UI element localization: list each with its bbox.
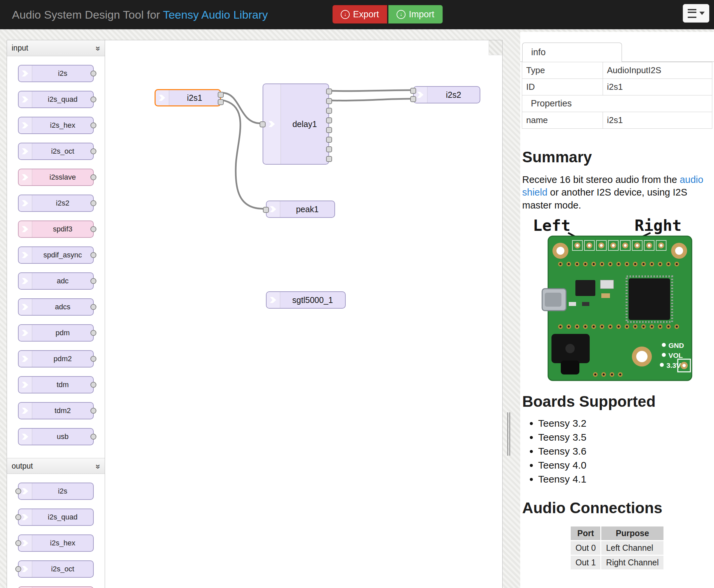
import-button[interactable]: ↓ Import	[388, 5, 443, 24]
canvas-node-peak1[interactable]: peak1	[266, 201, 335, 218]
node-input-port[interactable]	[15, 540, 21, 546]
palette-node-label: i2s_quad	[32, 509, 93, 525]
palette-node-label: adc	[32, 273, 93, 289]
node-output-port[interactable]	[326, 156, 332, 162]
wire-delay1-i2s2-b[interactable]	[330, 99, 410, 101]
palette-node[interactable]: i2s	[18, 65, 94, 82]
node-input-port[interactable]	[410, 88, 416, 94]
boards-supported-list: Teensy 3.2 Teensy 3.5 Teensy 3.6 Teensy …	[525, 418, 712, 485]
palette-node-label: spdif_async	[32, 247, 93, 263]
palette-node[interactable]: pdm	[18, 324, 94, 341]
palette-node-label: i2s_hex	[32, 535, 93, 551]
audio-connections-heading: Audio Connections	[522, 499, 712, 517]
node-output-port[interactable]	[218, 99, 224, 105]
node-output-port[interactable]	[326, 98, 332, 104]
palette-node[interactable]: adcs	[18, 298, 94, 316]
node-output-port[interactable]	[90, 70, 96, 77]
node-output-port[interactable]	[326, 127, 332, 133]
palette-node[interactable]: pdm2	[18, 350, 94, 368]
node-output-port[interactable]	[90, 200, 96, 206]
palette-node[interactable]: i2s	[18, 483, 94, 500]
canvas-node-delay1[interactable]: delay1	[263, 83, 329, 165]
palette-node[interactable]: tdm	[18, 376, 94, 394]
wire-i2s1-peak1[interactable]	[222, 100, 263, 209]
tab-info[interactable]: info	[522, 43, 622, 62]
palette-category-output[interactable]: output »	[7, 458, 105, 474]
node-output-port[interactable]	[326, 108, 332, 114]
node-input-port[interactable]	[15, 566, 21, 572]
palette-node[interactable]: i2s_quad	[18, 508, 94, 526]
purpose-cell: Right Channel	[601, 556, 663, 569]
canvas-node-i2s2[interactable]: i2s2	[413, 86, 480, 103]
node-output-port[interactable]	[90, 252, 96, 258]
node-arrow-icon	[19, 65, 32, 82]
wire-delay1-i2s2-a[interactable]	[330, 90, 410, 91]
node-output-port[interactable]	[90, 226, 96, 232]
node-arrow-icon	[19, 325, 32, 341]
palette-node-label: tdm	[32, 377, 93, 393]
node-output-port[interactable]	[90, 330, 96, 336]
node-input-port[interactable]	[15, 514, 21, 520]
list-item: Teensy 4.0	[538, 460, 712, 471]
node-output-port[interactable]	[90, 304, 96, 310]
node-output-port[interactable]	[326, 146, 332, 152]
node-output-port[interactable]	[90, 434, 96, 440]
small-chip	[576, 280, 595, 296]
node-input-port[interactable]	[263, 207, 269, 213]
node-output-port[interactable]	[90, 382, 96, 388]
palette-node[interactable]	[18, 586, 94, 588]
flow-canvas[interactable]: i2s1 delay1 peak1 i2s2	[105, 40, 503, 588]
palette-node[interactable]: i2sslave	[18, 169, 94, 186]
table-row: name i2s1	[522, 112, 712, 129]
palette-category-input[interactable]: input »	[7, 40, 105, 56]
palette-node[interactable]: i2s_oct	[18, 143, 94, 160]
node-output-port[interactable]	[90, 174, 96, 180]
menu-button[interactable]	[683, 4, 709, 23]
panel-resize-grip[interactable]	[507, 413, 510, 456]
node-input-port[interactable]	[260, 121, 265, 127]
palette-node[interactable]: i2s_hex	[18, 117, 94, 134]
node-arrow-icon	[19, 273, 32, 289]
node-input-port[interactable]	[15, 488, 21, 494]
canvas-node-sgtl5000-1[interactable]: sgtl5000_1	[266, 291, 346, 309]
canvas-node-i2s1[interactable]: i2s1	[155, 89, 221, 106]
palette-node[interactable]: spdif_async	[18, 247, 94, 264]
wire-i2s1-delay1[interactable]	[222, 93, 261, 123]
palette-node[interactable]: adc	[18, 272, 94, 290]
palette-node-label: i2s_quad	[32, 91, 93, 107]
node-output-port[interactable]	[218, 92, 224, 98]
teensy-audio-library-link[interactable]: Teensy Audio Library	[163, 8, 268, 21]
palette-node[interactable]: tdm2	[18, 402, 94, 419]
node-input-port[interactable]	[410, 96, 416, 102]
palette-node-label: pdm2	[32, 351, 93, 367]
palette-node[interactable]: i2s_quad	[18, 91, 94, 108]
node-output-port[interactable]	[90, 278, 96, 284]
node-output-port[interactable]	[90, 97, 96, 102]
node-output-port[interactable]	[90, 408, 96, 414]
palette-node[interactable]: usb	[18, 428, 94, 445]
palette-node[interactable]: spdif3	[18, 220, 94, 238]
node-label: delay1	[281, 84, 328, 164]
node-output-port[interactable]	[326, 118, 332, 123]
node-arrow-icon	[19, 351, 32, 367]
palette-node[interactable]: i2s_oct	[18, 561, 94, 578]
palette-node[interactable]: i2s2	[18, 194, 94, 212]
info-panel: info Type AudioInputI2S ID i2s1 Properti…	[520, 32, 714, 588]
node-output-port[interactable]	[90, 356, 96, 362]
info-type-label: Type	[522, 62, 603, 79]
node-output-port[interactable]	[326, 137, 332, 143]
table-row: Properties	[522, 96, 712, 112]
palette-node[interactable]: i2s_hex	[18, 534, 94, 552]
palette-node-label: i2s_oct	[32, 143, 93, 159]
node-arrow-icon	[19, 403, 32, 419]
collapse-chevron-icon: »	[93, 464, 103, 468]
list-item: Teensy 3.2	[538, 418, 712, 429]
palette-input-list: i2s i2s_quad i2s_hex	[7, 65, 105, 445]
node-output-port[interactable]	[90, 148, 96, 154]
export-button[interactable]: ↓ Export	[332, 5, 387, 24]
node-output-port[interactable]	[326, 88, 332, 94]
palette-node-label: spdif3	[32, 221, 93, 237]
node-output-port[interactable]	[90, 122, 96, 128]
boards-supported-heading: Boards Supported	[522, 393, 712, 411]
list-item: Teensy 4.1	[538, 474, 712, 485]
